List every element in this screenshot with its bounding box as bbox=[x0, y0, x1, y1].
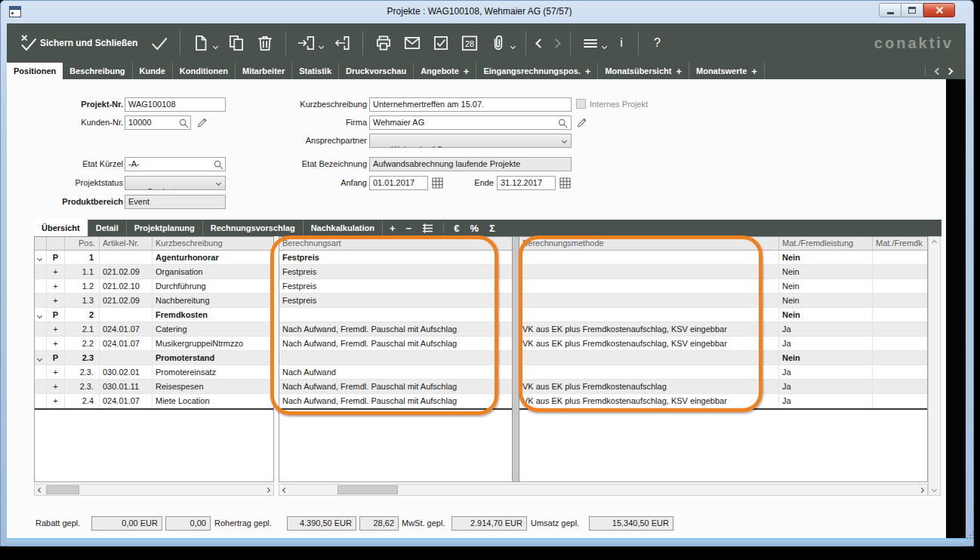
kurzbeschreibung-input[interactable]: Unternehmertreffen am 15.07. bbox=[369, 97, 572, 112]
col-berechnungsart[interactable]: Berechnungsart bbox=[279, 237, 519, 250]
previous-record-button[interactable] bbox=[532, 28, 548, 58]
next-record-button[interactable] bbox=[548, 28, 564, 58]
tab-eingangsrechnungspos-[interactable]: Eingangsrechnungspos.+ bbox=[476, 63, 598, 79]
etat-search-icon[interactable] bbox=[212, 158, 224, 171]
col-artikel[interactable]: Artikel-Nr. bbox=[100, 237, 153, 250]
resize-grip[interactable] bbox=[966, 531, 974, 539]
vertical-scrollbar[interactable] bbox=[928, 236, 941, 496]
tab-positionen[interactable]: Positionen bbox=[7, 63, 63, 79]
remove-row-button[interactable]: − bbox=[401, 220, 418, 236]
tabs-scroll-left-icon[interactable] bbox=[935, 67, 942, 75]
calendar-button[interactable]: 28 bbox=[455, 28, 484, 58]
tab-plus-icon[interactable]: + bbox=[676, 66, 682, 77]
tab-plus-icon[interactable]: + bbox=[585, 66, 591, 77]
chevron-down-icon[interactable] bbox=[510, 43, 516, 48]
tasks-button[interactable] bbox=[427, 28, 455, 58]
tabs-scroll-right-icon[interactable] bbox=[946, 67, 954, 75]
row-expander-icon[interactable] bbox=[35, 251, 47, 264]
col-mat-fremdk[interactable]: Mat./Fremdk bbox=[873, 237, 928, 250]
firma-search-icon[interactable] bbox=[556, 117, 569, 129]
subtab-projektplanung[interactable]: Projektplanung bbox=[127, 220, 203, 236]
column-splitter[interactable] bbox=[512, 237, 519, 482]
import-button[interactable] bbox=[292, 28, 328, 58]
kunden-edit-icon[interactable] bbox=[196, 116, 208, 128]
table-row-right[interactable]: Nein bbox=[279, 308, 927, 322]
export-button[interactable] bbox=[328, 28, 356, 58]
chevron-down-icon[interactable] bbox=[319, 43, 324, 48]
chevron-down-icon[interactable] bbox=[213, 43, 218, 48]
close-button[interactable] bbox=[923, 3, 955, 17]
percent-button[interactable]: % bbox=[464, 220, 484, 236]
tab-druckvorschau[interactable]: Druckvorschau bbox=[339, 63, 414, 79]
table-row-right[interactable]: Nach Aufwand, Fremdl. Pauschal mit Aufsc… bbox=[279, 337, 927, 351]
menu-button[interactable] bbox=[577, 28, 611, 58]
attachments-button[interactable] bbox=[484, 28, 519, 58]
col-kurzbeschreibung[interactable]: Kurzbeschreibung bbox=[153, 237, 273, 250]
currency-button[interactable]: € bbox=[448, 220, 464, 236]
tab-kunde[interactable]: Kunde bbox=[133, 63, 173, 79]
help-button[interactable]: ? bbox=[645, 28, 670, 58]
scroll-down-icon[interactable] bbox=[932, 487, 937, 492]
table-row-right[interactable]: FestpreisNein bbox=[279, 251, 927, 265]
table-row[interactable]: +2.3.030.02.01Promotereinsatz bbox=[35, 365, 273, 380]
firma-input[interactable]: Wehmaier AG bbox=[369, 115, 572, 130]
tab-konditionen[interactable]: Konditionen bbox=[173, 63, 236, 79]
duplicate-record-button[interactable] bbox=[222, 28, 251, 58]
tab-beschreibung[interactable]: Beschreibung bbox=[63, 63, 132, 79]
col-type[interactable] bbox=[47, 237, 65, 250]
col-berechnungsmethode[interactable]: Berechnungsmethode bbox=[519, 237, 779, 250]
tab-angebote[interactable]: Angebote+ bbox=[414, 63, 476, 79]
table-row[interactable]: +2.3.030.01.11Reisespesen bbox=[35, 380, 273, 394]
email-button[interactable] bbox=[398, 28, 427, 58]
chevron-down-icon[interactable] bbox=[602, 43, 607, 48]
table-row-right[interactable]: Nach AufwandJa bbox=[279, 365, 927, 380]
col-mat-fremdleistung[interactable]: Mat./Fremdleistung bbox=[779, 237, 873, 250]
ansprechpartner-select[interactable]: Wehmaier AG, , bbox=[369, 134, 572, 148]
table-row-right[interactable]: FestpreisNein bbox=[279, 265, 927, 279]
tab-plus-icon[interactable]: + bbox=[751, 66, 757, 77]
table-row-right[interactable]: FestpreisNein bbox=[279, 279, 927, 294]
subtab-rechnungsvorschlag[interactable]: Rechnungsvorschlag bbox=[203, 220, 304, 236]
tab-plus-icon[interactable]: + bbox=[464, 66, 470, 77]
insert-rows-button[interactable] bbox=[417, 220, 439, 236]
table-row-right[interactable]: Nach Aufwand, Fremdl. Pauschal mit Aufsc… bbox=[279, 394, 927, 408]
subtab-detail[interactable]: Detail bbox=[88, 220, 127, 236]
scroll-left-icon[interactable] bbox=[282, 487, 288, 492]
sum-button[interactable]: Σ bbox=[484, 220, 501, 236]
tab-monatsübersicht[interactable]: Monatsübersicht+ bbox=[598, 63, 689, 79]
tab-statistik[interactable]: Statistik bbox=[292, 63, 339, 79]
right-horizontal-scrollbar[interactable] bbox=[279, 484, 928, 496]
scroll-right-icon[interactable] bbox=[919, 487, 924, 492]
add-row-button[interactable]: + bbox=[384, 220, 401, 236]
produktbereich-dropdown-icon[interactable] bbox=[229, 196, 241, 208]
table-row[interactable]: P2Fremdkosten bbox=[35, 308, 273, 322]
projekt-nr-input[interactable]: WAG100108 bbox=[125, 97, 226, 112]
table-row[interactable]: +2.1024.01.07Catering bbox=[35, 322, 273, 337]
etat-kuerzel-input[interactable]: -A- bbox=[125, 157, 226, 171]
save-close-button[interactable]: Sichern und Schließen bbox=[14, 28, 145, 58]
table-row-right[interactable]: FestpreisNein bbox=[279, 294, 927, 308]
anfang-calendar-icon[interactable] bbox=[431, 177, 443, 189]
table-row-right[interactable]: Nach Aufwand, Fremdl. Pauschal mit Aufsc… bbox=[279, 322, 927, 337]
tab-mitarbeiter[interactable]: Mitarbeiter bbox=[236, 63, 292, 79]
table-row-right[interactable]: Nach Aufwand, Fremdl. Pauschal mit Aufsc… bbox=[279, 380, 927, 394]
left-horizontal-scrollbar[interactable] bbox=[34, 484, 274, 496]
scroll-left-icon[interactable] bbox=[38, 487, 43, 492]
scrollbar-thumb[interactable] bbox=[46, 485, 79, 494]
table-row[interactable]: +2.4024.01.07Miete Location bbox=[35, 394, 273, 408]
delete-record-button[interactable] bbox=[251, 28, 279, 58]
table-row[interactable]: +1.3021.02.09Nachbereitung bbox=[35, 294, 273, 308]
confirm-button[interactable] bbox=[145, 28, 174, 58]
col-expander[interactable] bbox=[35, 237, 47, 250]
row-expander-icon[interactable] bbox=[35, 308, 47, 322]
table-row[interactable]: +2.2024.01.07MusikergruppeiNtrmzzo bbox=[35, 337, 273, 351]
table-row[interactable]: +1.2021.02.10Durchführung bbox=[35, 279, 273, 294]
scroll-right-icon[interactable] bbox=[265, 487, 270, 492]
table-row[interactable]: P2.3Promoterstand bbox=[35, 351, 273, 365]
ende-calendar-icon[interactable] bbox=[559, 177, 571, 189]
firma-edit-icon[interactable] bbox=[575, 116, 587, 128]
maximize-button[interactable] bbox=[901, 3, 923, 17]
minimize-button[interactable] bbox=[879, 3, 901, 17]
scrollbar-thumb[interactable] bbox=[337, 485, 398, 494]
ende-input[interactable]: 31.12.2017 bbox=[497, 176, 556, 190]
